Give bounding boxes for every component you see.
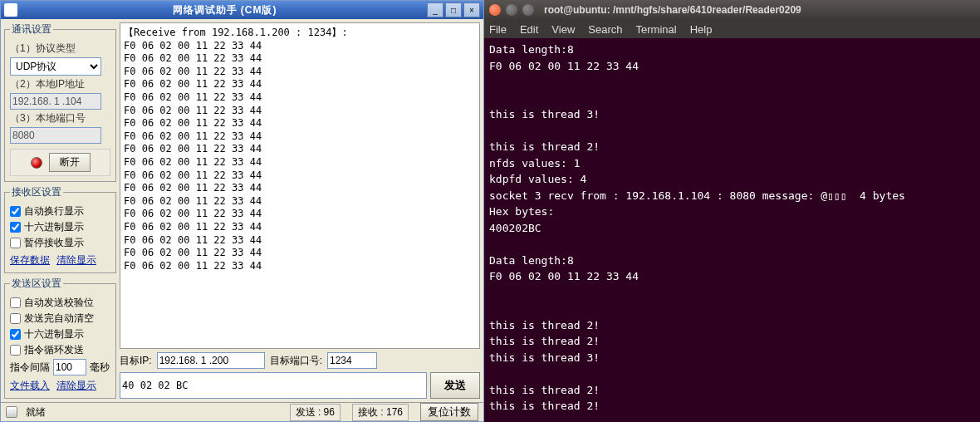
comm-settings-legend: 通讯设置 [10, 22, 53, 37]
ubuntu-close-icon[interactable] [489, 4, 501, 16]
menu-file[interactable]: File [489, 23, 507, 36]
send-settings-legend: 发送区设置 [10, 277, 63, 291]
pause-recv-label: 暂停接收显示 [24, 236, 84, 250]
save-data-link[interactable]: 保存数据 [10, 253, 50, 267]
auto-check-label: 自动发送校验位 [24, 296, 94, 310]
target-port-input[interactable] [327, 352, 377, 369]
file-load-link[interactable]: 文件载入 [10, 379, 50, 393]
ubuntu-maximize-icon[interactable] [522, 4, 534, 16]
ubuntu-terminal-app: root@ubuntu: /mnt/hgfs/share/6410reader/… [484, 0, 980, 422]
close-icon[interactable]: × [463, 2, 480, 17]
loop-send-checkbox[interactable]: 指令循环发送 [10, 343, 110, 357]
disconnect-button[interactable]: 断开 [49, 153, 91, 172]
auto-wrap-label: 自动换行显示 [24, 204, 84, 218]
interval-row: 指令间隔 毫秒 [10, 359, 110, 375]
menu-edit[interactable]: Edit [520, 23, 538, 36]
auto-wrap-checkbox[interactable]: 自动换行显示 [10, 204, 110, 218]
ubuntu-title: root@ubuntu: /mnt/hgfs/share/6410reader/… [544, 4, 801, 16]
side-panel: 通讯设置 （1）协议类型 UDP协议 （2）本地IP地址 （3）本地端口号 断开… [4, 22, 116, 399]
loop-send-label: 指令循环发送 [24, 343, 84, 357]
auto-clear-checkbox[interactable]: 发送完自动清空 [10, 312, 110, 326]
target-port-label: 目标端口号: [270, 354, 322, 368]
hex-send-checkbox[interactable]: 十六进制显示 [10, 327, 110, 341]
pause-recv-checkbox[interactable]: 暂停接收显示 [10, 236, 110, 250]
local-port-label: （3）本地端口号 [10, 111, 110, 125]
interval-unit: 毫秒 [90, 361, 110, 375]
ready-icon [6, 406, 17, 418]
hex-send-label: 十六进制显示 [24, 327, 84, 341]
interval-input[interactable] [53, 359, 86, 375]
app-icon [4, 3, 17, 17]
menu-terminal[interactable]: Terminal [636, 23, 677, 36]
disconnect-row: 断开 [10, 149, 110, 176]
ubuntu-titlebar: root@ubuntu: /mnt/hgfs/share/6410reader/… [484, 0, 980, 20]
sent-counter: 发送 : 96 [290, 404, 341, 421]
protocol-select[interactable]: UDP协议 [10, 57, 101, 76]
local-port-input [10, 127, 101, 144]
reset-counter-button[interactable]: 复位计数 [420, 403, 478, 421]
network-assistant-app: 网络调试助手 (CM版) _ □ × 通讯设置 （1）协议类型 UDP协议 （2… [0, 0, 484, 422]
ready-label: 就绪 [26, 405, 46, 420]
center-panel: 【Receive from 192.168.1.200 : 1234】: F0 … [120, 22, 480, 399]
maximize-icon[interactable]: □ [445, 2, 462, 17]
statusbar: 就绪 发送 : 96 接收 : 176 复位计数 [1, 402, 483, 421]
protocol-label: （1）协议类型 [10, 42, 110, 56]
connection-led-icon [31, 157, 42, 169]
recv-settings-legend: 接收区设置 [10, 185, 63, 199]
hex-display-label: 十六进制显示 [24, 220, 84, 234]
local-ip-input [10, 93, 101, 110]
menu-view[interactable]: View [551, 23, 575, 36]
menu-search[interactable]: Search [588, 23, 622, 36]
target-ip-input[interactable] [157, 352, 265, 369]
minimize-icon[interactable]: _ [427, 2, 443, 17]
titlebar: 网络调试助手 (CM版) _ □ × [1, 1, 483, 19]
send-settings-group: 发送区设置 自动发送校验位 发送完自动清空 十六进制显示 指令循环发送 指令间隔… [4, 277, 116, 399]
send-input[interactable] [120, 372, 427, 399]
ubuntu-minimize-icon[interactable] [506, 4, 517, 16]
interval-label: 指令间隔 [10, 361, 50, 375]
comm-settings-group: 通讯设置 （1）协议类型 UDP协议 （2）本地IP地址 （3）本地端口号 断开 [4, 22, 116, 182]
target-ip-label: 目标IP: [120, 354, 152, 368]
app-body: 通讯设置 （1）协议类型 UDP协议 （2）本地IP地址 （3）本地端口号 断开… [1, 19, 483, 402]
target-row: 目标IP: 目标端口号: [120, 352, 480, 369]
menu-help[interactable]: Help [690, 23, 713, 36]
local-ip-label: （2）本地IP地址 [10, 77, 110, 91]
send-button[interactable]: 发送 [430, 372, 480, 399]
ubuntu-menubar: FileEditViewSearchTerminalHelp [484, 20, 980, 38]
send-row: 发送 [120, 372, 480, 399]
window-buttons: _ □ × [427, 2, 480, 17]
hex-display-checkbox[interactable]: 十六进制显示 [10, 220, 110, 234]
auto-check-checkbox[interactable]: 自动发送校验位 [10, 296, 110, 310]
receive-area[interactable]: 【Receive from 192.168.1.200 : 1234】: F0 … [120, 22, 480, 349]
clear-display-link[interactable]: 清除显示 [56, 253, 96, 267]
recv-settings-group: 接收区设置 自动换行显示 十六进制显示 暂停接收显示 保存数据 清除显示 [4, 185, 116, 273]
terminal-output[interactable]: Data length:8 F0 06 02 00 11 22 33 44 th… [484, 38, 980, 422]
auto-clear-label: 发送完自动清空 [24, 312, 94, 326]
recv-counter: 接收 : 176 [352, 404, 409, 421]
clear-send-link[interactable]: 清除显示 [56, 379, 96, 393]
window-title: 网络调试助手 (CM版) [22, 3, 427, 17]
